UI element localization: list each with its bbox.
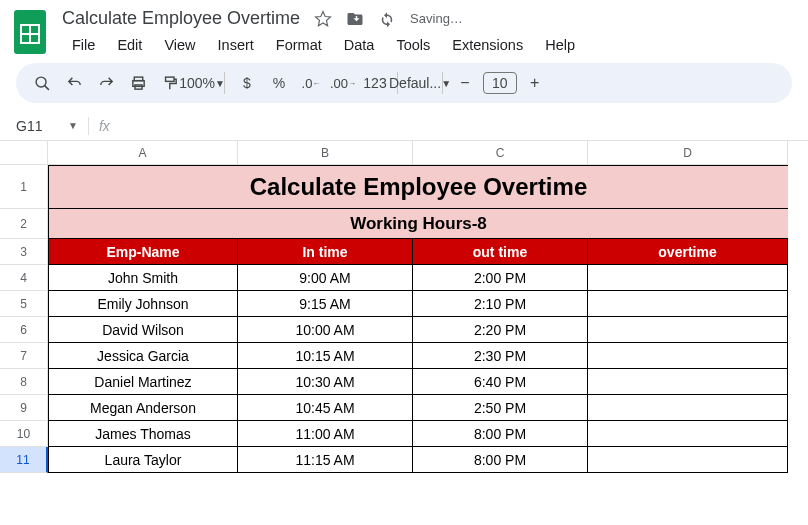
row-header-10[interactable]: 10 <box>0 421 48 447</box>
font-size-decrease[interactable]: − <box>451 69 479 97</box>
header-intime[interactable]: In time <box>238 239 413 265</box>
cell-9-b[interactable]: 10:45 AM <box>238 395 413 421</box>
cell-10-c[interactable]: 8:00 PM <box>413 421 588 447</box>
cell-4-d[interactable] <box>588 265 788 291</box>
row-header-11[interactable]: 11 <box>0 447 48 473</box>
cell-8-d[interactable] <box>588 369 788 395</box>
cell-5-b[interactable]: 9:15 AM <box>238 291 413 317</box>
font-select[interactable]: Defaul... ▼ <box>406 69 434 97</box>
menu-help[interactable]: Help <box>535 33 585 57</box>
cell-11-c[interactable]: 8:00 PM <box>413 447 588 473</box>
col-header-d[interactable]: D <box>588 141 788 165</box>
name-box-row: G11 ▼ fx <box>0 111 808 141</box>
header: Calculate Employee Overtime Saving… File… <box>0 0 808 63</box>
menu-format[interactable]: Format <box>266 33 332 57</box>
col-header-b[interactable]: B <box>238 141 413 165</box>
redo-icon[interactable] <box>92 69 120 97</box>
sheets-logo[interactable] <box>12 8 48 56</box>
toolbar: 100% ▼ $ % .0← .00→ 123 Defaul... ▼ − 10… <box>16 63 792 103</box>
svg-rect-9 <box>165 77 174 81</box>
cell-6-c[interactable]: 2:20 PM <box>413 317 588 343</box>
cell-7-c[interactable]: 2:30 PM <box>413 343 588 369</box>
menu-file[interactable]: File <box>62 33 105 57</box>
sheet-subtitle[interactable]: Working Hours-8 <box>48 209 788 239</box>
cell-5-d[interactable] <box>588 291 788 317</box>
cell-5-c[interactable]: 2:10 PM <box>413 291 588 317</box>
name-box-dropdown-icon[interactable]: ▼ <box>68 120 78 131</box>
move-folder-icon[interactable] <box>346 10 364 28</box>
name-box[interactable]: G11 <box>8 118 58 134</box>
cell-11-b[interactable]: 11:15 AM <box>238 447 413 473</box>
cell-10-b[interactable]: 11:00 AM <box>238 421 413 447</box>
menu-edit[interactable]: Edit <box>107 33 152 57</box>
cell-4-c[interactable]: 2:00 PM <box>413 265 588 291</box>
row-header-7[interactable]: 7 <box>0 343 48 369</box>
star-icon[interactable] <box>314 10 332 28</box>
fx-icon: fx <box>99 118 110 134</box>
font-size-increase[interactable]: + <box>521 69 549 97</box>
header-outtime[interactable]: out time <box>413 239 588 265</box>
font-size-input[interactable]: 10 <box>483 72 517 94</box>
row-header-1[interactable]: 1 <box>0 165 48 209</box>
cell-7-b[interactable]: 10:15 AM <box>238 343 413 369</box>
cell-10-d[interactable] <box>588 421 788 447</box>
cell-9-d[interactable] <box>588 395 788 421</box>
cell-9-a[interactable]: Megan Anderson <box>48 395 238 421</box>
cell-6-a[interactable]: David Wilson <box>48 317 238 343</box>
cell-8-b[interactable]: 10:30 AM <box>238 369 413 395</box>
cell-11-a[interactable]: Laura Taylor <box>48 447 238 473</box>
cell-5-a[interactable]: Emily Johnson <box>48 291 238 317</box>
row-header-9[interactable]: 9 <box>0 395 48 421</box>
zoom-select[interactable]: 100% ▼ <box>188 69 216 97</box>
menu-view[interactable]: View <box>154 33 205 57</box>
increase-decimal-button[interactable]: .00→ <box>329 69 357 97</box>
cell-7-d[interactable] <box>588 343 788 369</box>
row-header-3[interactable]: 3 <box>0 239 48 265</box>
cell-4-a[interactable]: John Smith <box>48 265 238 291</box>
row-header-8[interactable]: 8 <box>0 369 48 395</box>
decrease-decimal-button[interactable]: .0← <box>297 69 325 97</box>
col-header-a[interactable]: A <box>48 141 238 165</box>
cell-6-b[interactable]: 10:00 AM <box>238 317 413 343</box>
menu-bar: File Edit View Insert Format Data Tools … <box>58 29 796 63</box>
percent-button[interactable]: % <box>265 69 293 97</box>
cell-11-d[interactable] <box>588 447 788 473</box>
svg-point-4 <box>36 77 46 87</box>
cell-4-b[interactable]: 9:00 AM <box>238 265 413 291</box>
search-icon[interactable] <box>28 69 56 97</box>
currency-button[interactable]: $ <box>233 69 261 97</box>
row-header-4[interactable]: 4 <box>0 265 48 291</box>
undo-icon[interactable] <box>60 69 88 97</box>
row-header-5[interactable]: 5 <box>0 291 48 317</box>
cell-10-a[interactable]: James Thomas <box>48 421 238 447</box>
cell-7-a[interactable]: Jessica Garcia <box>48 343 238 369</box>
col-header-c[interactable]: C <box>413 141 588 165</box>
sheet-title[interactable]: Calculate Employee Overtime <box>48 165 788 209</box>
select-all-corner[interactable] <box>0 141 48 165</box>
cell-8-a[interactable]: Daniel Martinez <box>48 369 238 395</box>
cell-6-d[interactable] <box>588 317 788 343</box>
more-formats-button[interactable]: 123 <box>361 69 389 97</box>
menu-extensions[interactable]: Extensions <box>442 33 533 57</box>
save-status: Saving… <box>410 11 463 26</box>
grid: 1 2 3 4 5 6 7 8 9 10 11 Calculate Employ… <box>0 165 808 525</box>
row-header-2[interactable]: 2 <box>0 209 48 239</box>
menu-insert[interactable]: Insert <box>208 33 264 57</box>
header-overtime[interactable]: overtime <box>588 239 788 265</box>
svg-line-5 <box>44 85 48 89</box>
menu-tools[interactable]: Tools <box>386 33 440 57</box>
cell-8-c[interactable]: 6:40 PM <box>413 369 588 395</box>
doc-title[interactable]: Calculate Employee Overtime <box>62 8 300 29</box>
row-header-6[interactable]: 6 <box>0 317 48 343</box>
cloud-status-icon[interactable] <box>378 10 396 28</box>
cell-9-c[interactable]: 2:50 PM <box>413 395 588 421</box>
header-empname[interactable]: Emp-Name <box>48 239 238 265</box>
print-icon[interactable] <box>124 69 152 97</box>
column-headers: A B C D <box>0 141 808 165</box>
menu-data[interactable]: Data <box>334 33 385 57</box>
